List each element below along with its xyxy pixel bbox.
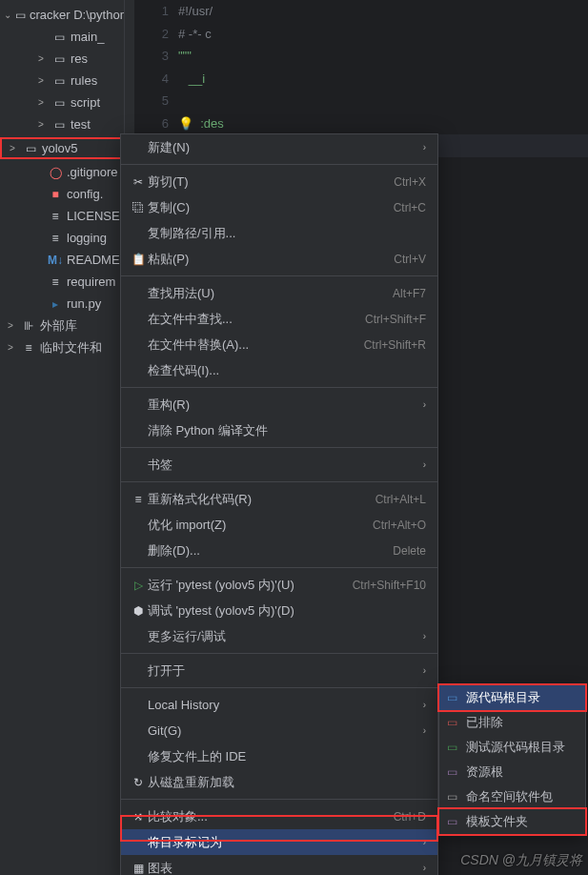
menu-item[interactable]: ▦图表›: [121, 855, 437, 875]
folder-icon: ▭: [51, 74, 67, 88]
tree-item[interactable]: ◯.gitignore: [0, 161, 124, 183]
folder-icon: ▭: [51, 52, 67, 66]
menu-item[interactable]: 打开于›: [121, 658, 437, 683]
shortcut: Ctrl+Shift+F10: [353, 579, 426, 592]
project-tree[interactable]: ⌄ ▭ cracker D:\python\cracker ▭main_>▭re…: [0, 0, 124, 875]
menu-label: 重构(R): [148, 397, 423, 414]
tree-label: yolov5: [42, 141, 78, 155]
tree-item[interactable]: ▭main_: [0, 26, 124, 48]
menu-item[interactable]: ↻从磁盘重新加载: [121, 769, 437, 795]
tree-root[interactable]: ⌄ ▭ cracker D:\python\cracker: [0, 4, 124, 26]
chevron-right-icon: ›: [423, 631, 426, 641]
menu-label: 查找用法(U): [148, 285, 393, 302]
menu-icon: ↻: [129, 776, 148, 789]
menu-item[interactable]: 检查代码(I)...: [121, 357, 437, 383]
tree-label: test: [71, 117, 91, 132]
menu-label: 重新格式化代码(R): [148, 491, 375, 508]
tree-root-label: cracker D:\python\cracker: [30, 8, 124, 22]
menu-label: 检查代码(I)...: [148, 362, 426, 379]
submenu-item[interactable]: ▭已排除: [439, 710, 585, 735]
menu-item[interactable]: 在文件中替换(A)...Ctrl+Shift+R: [121, 332, 437, 357]
tree-item[interactable]: >▭script: [0, 92, 124, 113]
folder-icon: ▭: [447, 815, 460, 828]
menu-item[interactable]: ✂剪切(T)Ctrl+X: [121, 169, 437, 194]
tree-item[interactable]: >≡临时文件和: [0, 336, 124, 358]
tree-label: .gitignore: [67, 165, 117, 179]
submenu-item[interactable]: ▭模板文件夹: [439, 809, 585, 834]
folder-icon: ▭: [447, 741, 460, 754]
folder-icon: ▭: [51, 118, 67, 132]
menu-icon: ≡: [129, 493, 148, 506]
menu-item[interactable]: 复制路径/引用...: [121, 220, 437, 246]
menu-label: 图表: [148, 860, 423, 876]
tree-item[interactable]: ≡requirem: [0, 271, 124, 293]
tree-item[interactable]: ▸run.py: [0, 293, 124, 315]
menu-item[interactable]: 📋粘贴(P)Ctrl+V: [121, 246, 437, 272]
menu-item[interactable]: 清除 Python 编译文件: [121, 417, 437, 443]
submenu-item[interactable]: ▭资源根: [439, 760, 585, 784]
submenu-label: 测试源代码根目录: [466, 739, 565, 756]
menu-item[interactable]: 新建(N)›: [121, 134, 437, 160]
chevron-right-icon: ›: [423, 725, 426, 736]
tree-label: 临时文件和: [40, 339, 102, 356]
menu-item[interactable]: Local History›: [121, 692, 437, 718]
file-icon: ■: [48, 188, 63, 201]
folder-icon: ▭: [447, 691, 460, 704]
tree-label: run.py: [67, 296, 101, 311]
submenu-item[interactable]: ▭源代码根目录: [439, 685, 585, 710]
menu-label: 复制(C): [148, 199, 394, 216]
tree-item[interactable]: >⊪外部库: [0, 315, 124, 336]
folder-icon: ▭: [51, 31, 67, 44]
chevron-right-icon: ›: [423, 700, 426, 710]
menu-label: 剪切(T): [148, 173, 394, 191]
menu-item[interactable]: ⿻复制(C)Ctrl+C: [121, 194, 437, 220]
tree-item[interactable]: ■config.: [0, 183, 124, 205]
menu-item[interactable]: ⬢调试 'pytest (yolov5 内)'(D): [121, 598, 437, 623]
menu-item[interactable]: ▷运行 'pytest (yolov5 内)'(U)Ctrl+Shift+F10: [121, 572, 437, 598]
tree-label: rules: [71, 73, 97, 88]
file-icon: ≡: [48, 232, 63, 245]
menu-label: 比较对象...: [148, 808, 394, 825]
menu-icon: ▷: [129, 579, 148, 592]
submenu-item[interactable]: ▭命名空间软件包: [439, 784, 585, 809]
menu-item[interactable]: ≡重新格式化代码(R)Ctrl+Alt+L: [121, 486, 437, 512]
tree-item[interactable]: M↓README: [0, 249, 124, 271]
tree-item[interactable]: >▭rules: [0, 70, 124, 92]
menu-item[interactable]: 查找用法(U)Alt+F7: [121, 280, 437, 306]
shortcut: Alt+F7: [393, 287, 426, 300]
menu-icon: ▦: [129, 862, 148, 875]
context-menu[interactable]: 新建(N)›✂剪切(T)Ctrl+X⿻复制(C)Ctrl+C复制路径/引用...…: [120, 133, 438, 875]
tree-label: config.: [67, 187, 103, 201]
menu-item[interactable]: 重构(R)›: [121, 392, 437, 417]
tree-item[interactable]: >▭res: [0, 48, 124, 70]
menu-item[interactable]: 将目录标记为›: [121, 829, 437, 855]
shortcut: Ctrl+C: [394, 201, 426, 214]
menu-item[interactable]: 删除(D)...Delete: [121, 538, 437, 563]
menu-item[interactable]: 优化 import(Z)Ctrl+Alt+O: [121, 512, 437, 538]
tree-item[interactable]: >▭test: [0, 113, 124, 135]
menu-item[interactable]: 在文件中查找...Ctrl+Shift+F: [121, 306, 437, 332]
tree-item[interactable]: ≡LICENSE: [0, 205, 124, 227]
bulb-icon[interactable]: 💡: [178, 116, 193, 131]
menu-item[interactable]: 书签›: [121, 452, 437, 478]
menu-label: 修复文件上的 IDE: [148, 748, 426, 765]
folder-icon: ▭: [447, 765, 460, 779]
tree-item-selected[interactable]: > ▭ yolov5: [0, 137, 124, 159]
menu-icon: 📋: [129, 253, 148, 266]
menu-item[interactable]: 更多运行/调试›: [121, 623, 437, 649]
menu-label: Local History: [148, 698, 423, 712]
menu-item[interactable]: ⤨比较对象...Ctrl+D: [121, 804, 437, 829]
menu-label: Git(G): [148, 723, 423, 738]
chevron-right-icon: ›: [423, 863, 426, 873]
menu-label: 调试 'pytest (yolov5 内)'(D): [148, 602, 426, 620]
menu-item[interactable]: Git(G)›: [121, 718, 437, 743]
menu-item[interactable]: 修复文件上的 IDE: [121, 743, 437, 769]
menu-label: 更多运行/调试: [148, 628, 423, 645]
tree-label: main_: [71, 30, 104, 44]
submenu-item[interactable]: ▭测试源代码根目录: [439, 735, 585, 760]
menu-label: 复制路径/引用...: [148, 225, 426, 242]
tree-item[interactable]: ≡logging: [0, 227, 124, 249]
folder-icon: ▭: [23, 142, 38, 155]
mark-directory-submenu[interactable]: ▭源代码根目录▭已排除▭测试源代码根目录▭资源根▭命名空间软件包▭模板文件夹: [438, 684, 586, 835]
chevron-right-icon: ›: [423, 459, 426, 470]
